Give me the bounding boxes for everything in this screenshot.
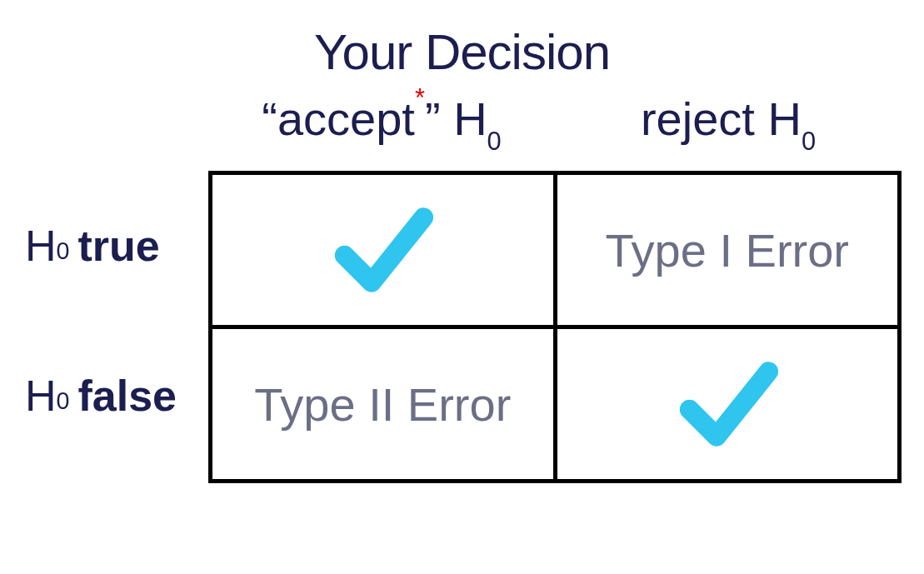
reject-word: reject [641,92,755,145]
asterisk-icon: * [415,83,425,112]
row-label-false: H0false [25,321,208,471]
row-label-true: H0true [25,171,208,321]
decision-diagram: Your Decision “accept*” H0 reject H0 H0t… [0,0,924,574]
decision-table: Type I Error Type II Error [208,171,902,483]
col-header-accept: “accept*” H0 [208,92,555,158]
check-icon [669,350,786,458]
cell-true-reject: Type I Error [555,173,900,327]
row-false-h: H [25,371,57,421]
row-labels: H0true H0false [25,171,208,471]
accept-word: accept [277,92,415,145]
row-true-h: H [25,221,57,271]
check-icon [324,196,441,304]
cell-true-accept [211,173,556,327]
row-false-sub: 0 [57,387,70,415]
accept-sub: 0 [487,127,502,156]
col-header-reject: reject H0 [555,92,902,158]
cell-false-accept: Type II Error [211,327,556,482]
table-row: Type I Error [211,173,900,327]
accept-quote-close: ” [425,92,441,145]
cell-false-reject [555,327,900,482]
row-true-tf: true [77,221,159,271]
reject-h: H [755,92,802,145]
accept-quote-open: “ [262,92,277,145]
reject-sub: 0 [802,127,816,156]
diagram-title: Your Decision [0,23,924,81]
row-false-tf: false [77,371,177,421]
table-row: Type II Error [211,327,900,482]
row-true-sub: 0 [57,237,70,265]
column-headers: “accept*” H0 reject H0 [208,92,902,158]
accept-h: H [441,92,487,145]
